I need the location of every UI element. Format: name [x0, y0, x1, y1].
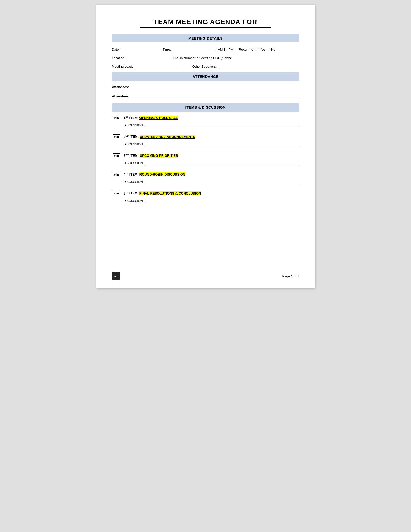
item-3-content: 3RD ITEM: UPCOMING PRIORITIES [124, 153, 299, 159]
item-1-discussion-label: DISCUSSION: [124, 124, 144, 127]
item-3-ordinal: RD [125, 153, 129, 156]
location-label: Location: [112, 56, 125, 60]
item-5-min-line [113, 191, 120, 191]
item-1-min: min [112, 116, 121, 120]
am-checkbox[interactable] [214, 48, 217, 51]
agenda-item-1: min 1ST ITEM: OPENING & ROLL CALL DISCUS… [112, 116, 299, 127]
item-2-highlight: UPDATES AND ANNOUNCEMENTS [140, 135, 195, 139]
meeting-details-section: MEETING DETAILS Date: Time: AM PM Recurr… [112, 34, 299, 68]
item-5-prefix: ITEM: [129, 191, 139, 195]
item-4-min-label: min [114, 173, 119, 176]
item-2-min-label: min [114, 135, 119, 138]
agenda-item-2-header: min 2ND ITEM: UPDATES AND ANNOUNCEMENTS [112, 134, 299, 140]
item-2-discussion-input[interactable] [145, 142, 299, 146]
title-underline [140, 27, 271, 28]
brand-icon: e [112, 272, 120, 280]
document-page: TEAM MEETING AGENDA FOR MEETING DETAILS … [96, 5, 315, 288]
agenda-item-3: min 3RD ITEM: UPCOMING PRIORITIES DISCUS… [112, 153, 299, 165]
page-footer: e Page 1 of 1 [112, 272, 299, 280]
item-3-highlight: UPCOMING PRIORITIES [140, 154, 178, 158]
item-1-prefix: ITEM: [129, 116, 139, 120]
item-5-discussion-input[interactable] [145, 199, 299, 203]
yes-checkbox[interactable] [256, 48, 259, 51]
item-1-number: 1ST [124, 116, 128, 120]
other-speakers-input[interactable] [218, 63, 259, 68]
brand-icon-svg: e [113, 273, 118, 279]
am-label: AM [218, 48, 223, 51]
item-3-min-line [113, 153, 120, 154]
item-5-content: 5TH ITEM: FINAL RESOLUTIONS & CONCLUSION [124, 191, 299, 197]
item-5-ordinal: TH [125, 191, 128, 194]
item-5-discussion: DISCUSSION: [112, 199, 299, 203]
item-3-min-label: min [114, 154, 119, 157]
agenda-item-3-header: min 3RD ITEM: UPCOMING PRIORITIES [112, 153, 299, 159]
item-4-discussion-input[interactable] [145, 180, 299, 184]
item-2-min-line [113, 134, 120, 135]
date-input[interactable] [121, 47, 157, 51]
agenda-item-4: min 4TH ITEM: ROUND-ROBIN DISCUSSION DIS… [112, 172, 299, 184]
meeting-lead-label: Meeting Lead: [112, 65, 133, 68]
item-5-highlight: FINAL RESOLUTIONS & CONCLUSION [139, 191, 201, 195]
item-3-prefix: ITEM: [130, 154, 140, 158]
attendance-header: ATTENDANCE [112, 72, 299, 81]
item-4-discussion: DISCUSSION: [112, 180, 299, 184]
meeting-lead-input[interactable] [134, 63, 175, 68]
item-3-number: 3RD [124, 154, 129, 158]
yes-label: Yes [260, 48, 265, 51]
location-input[interactable] [127, 55, 168, 60]
agenda-item-2: min 2ND ITEM: UPDATES AND ANNOUNCEMENTS … [112, 134, 299, 146]
no-checkbox-group: No [267, 48, 275, 51]
pm-label: PM [228, 48, 233, 51]
date-label: Date: [112, 48, 120, 51]
other-speakers-label: Other Speakers: [192, 65, 217, 68]
recurring-label: Recurring: [239, 48, 254, 51]
item-5-min: min [112, 191, 121, 195]
item-3-discussion-label: DISCUSSION: [124, 161, 144, 165]
item-3-title: 3RD ITEM: UPCOMING PRIORITIES [124, 153, 299, 158]
item-5-title: 5TH ITEM: FINAL RESOLUTIONS & CONCLUSION [124, 191, 299, 195]
item-3-min: min [112, 153, 121, 157]
item-1-min-label: min [114, 116, 119, 120]
item-3-discussion: DISCUSSION: [112, 161, 299, 165]
agenda-item-4-header: min 4TH ITEM: ROUND-ROBIN DISCUSSION [112, 172, 299, 178]
item-2-discussion: DISCUSSION: [112, 142, 299, 146]
item-1-min-line [113, 116, 120, 116]
item-2-title: 2ND ITEM: UPDATES AND ANNOUNCEMENTS [124, 134, 299, 139]
items-header: ITEMS & DISCUSSION [112, 103, 299, 112]
location-row: Location: Dial-in Number or Meeting URL … [112, 55, 299, 60]
item-4-number: 4TH [124, 172, 128, 176]
item-2-min: min [112, 134, 121, 138]
page-number: Page 1 of 1 [282, 274, 300, 278]
date-time-row: Date: Time: AM PM Recurring: Yes [112, 47, 299, 51]
item-5-number: 5TH [124, 191, 128, 195]
attendees-row: Attendees: [112, 85, 299, 89]
pm-checkbox[interactable] [224, 48, 227, 51]
item-4-highlight: ROUND-ROBIN DISCUSSION [139, 172, 185, 176]
am-checkbox-group: AM [214, 48, 223, 51]
item-2-content: 2ND ITEM: UPDATES AND ANNOUNCEMENTS [124, 134, 299, 140]
attendees-input[interactable] [130, 85, 299, 89]
meeting-details-header: MEETING DETAILS [112, 34, 299, 42]
item-4-title: 4TH ITEM: ROUND-ROBIN DISCUSSION [124, 172, 299, 176]
item-2-number: 2ND [124, 135, 129, 139]
no-label: No [271, 48, 275, 51]
lead-speakers-row: Meeting Lead: Other Speakers: [112, 63, 299, 68]
time-input[interactable] [172, 47, 208, 51]
item-4-min-line [113, 172, 120, 172]
item-4-discussion-label: DISCUSSION: [124, 180, 144, 184]
item-2-prefix: ITEM: [130, 135, 140, 139]
item-4-prefix: ITEM: [129, 172, 139, 176]
svg-text:e: e [114, 274, 116, 278]
attendees-label: Attendees: [112, 85, 129, 89]
page-title: TEAM MEETING AGENDA FOR [112, 18, 299, 26]
item-5-discussion-label: DISCUSSION: [124, 199, 144, 203]
item-3-discussion-input[interactable] [145, 161, 299, 165]
no-checkbox[interactable] [267, 48, 270, 51]
item-5-min-label: min [114, 192, 119, 195]
dialin-input[interactable] [233, 55, 274, 60]
absentees-row: Absentees: [112, 94, 299, 98]
items-discussion-section: ITEMS & DISCUSSION min 1ST ITEM: OPENING… [112, 103, 299, 203]
item-1-discussion-input[interactable] [145, 123, 299, 127]
pm-checkbox-group: PM [224, 48, 233, 51]
absentees-input[interactable] [131, 94, 299, 98]
